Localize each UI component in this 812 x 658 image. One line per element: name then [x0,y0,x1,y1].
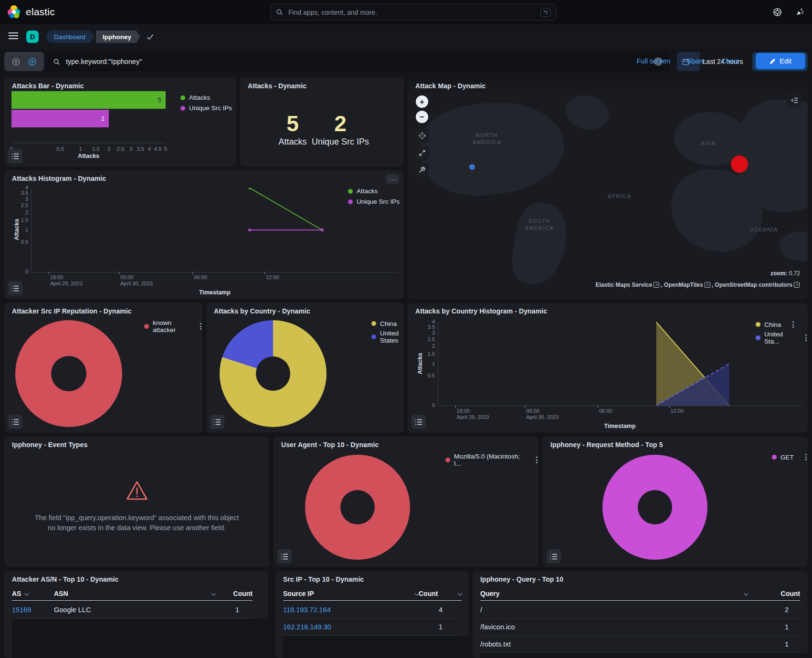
table-cell[interactable]: 162.216.149.30 [283,623,419,631]
table-cell[interactable]: 118.193.72.164 [283,606,419,614]
panel-request-method: Ipphoney - Request Method - Top 5 GET [543,437,808,567]
attribution-link[interactable]: Elastic Maps Service [595,282,652,288]
legend-toggle-icon[interactable] [277,549,292,564]
global-search[interactable]: ^/ [271,4,556,21]
expand-icon[interactable] [415,146,429,160]
legend-item[interactable]: United States [371,330,404,344]
donut-chart[interactable] [220,320,327,427]
external-link-icon: ↗ [705,282,710,288]
legend-options-icon[interactable] [804,334,808,342]
legend-color-dot [371,321,376,326]
global-search-input[interactable] [287,8,536,17]
table-cell: 1 [419,623,462,631]
donut-hole [340,490,375,524]
map-tools-icon[interactable] [415,163,429,177]
column-header-source-ip[interactable]: Source IP [283,590,419,597]
attribution-link[interactable]: OpenMapTiles [664,282,703,288]
locate-icon[interactable] [415,128,429,143]
legend-options-icon[interactable] [804,453,808,461]
x-axis-tick-label: 3.5 [137,146,144,152]
legend-item[interactable]: United Sta... [756,331,808,345]
legend-toggle-icon[interactable] [8,149,22,163]
legend-color-dot [144,324,149,329]
add-filter-icon[interactable] [28,58,36,66]
search-icon [53,58,60,65]
column-header-count[interactable]: Count [748,590,800,597]
x-axis-tick-label: 3 [129,146,132,152]
collapse-legend-icon[interactable] [787,93,801,107]
column-header-query[interactable]: Query [480,590,748,597]
table-cell: 2 [748,606,800,614]
legend-color-dot [348,189,353,194]
legend-toggle-icon[interactable] [8,415,22,429]
x-axis-tick-sublabel: April 30, 2023 [120,281,153,286]
dashboard-app-badge[interactable]: D [26,31,39,43]
share-link[interactable]: Share [686,57,705,65]
legend-item[interactable]: Attacks [348,188,378,195]
news-icon[interactable] [795,8,804,17]
donut-chart[interactable] [305,455,410,560]
legend-item[interactable]: China [371,319,404,328]
y-axis-tick-label: 3.5 [418,324,435,330]
legend-item[interactable]: Unique Src IPs [180,104,232,112]
donut-chart[interactable] [602,455,707,560]
donut-hole [638,490,672,524]
edit-button[interactable]: Edit [756,53,805,69]
full-screen-link[interactable]: Full screen [636,57,670,65]
legend-options-icon[interactable] [535,456,538,464]
y-axis-tick-label: 2.5 [11,202,28,208]
saved-query-icon[interactable] [12,58,20,66]
legend-toggle-icon[interactable] [210,415,224,429]
clone-link[interactable]: Clone [721,57,739,65]
attack-point-china[interactable] [731,156,748,173]
legend-item[interactable]: known attacker [144,319,202,334]
table-cell[interactable]: 15169 [12,606,54,614]
column-header-label: Source IP [283,590,314,597]
panel-event-types: Ipphoney - Event Types The field "ipp_qu… [4,437,269,567]
legend-item[interactable]: China [756,320,795,329]
table-row: 162.216.149.301 [283,618,462,636]
attribution-link[interactable]: OpenStreetMap contributors [715,282,792,288]
breadcrumb-ipphoney[interactable]: Ipphoney [96,31,136,43]
panel-title: Ipphoney - Request Method - Top 5 [550,441,663,449]
world-map[interactable]: NORTH AMERICAASIAAFRICASOUTH AMERICAOCEA… [408,78,808,299]
attack-point-united-states[interactable] [469,164,475,170]
legend-item[interactable]: Mozilla/5.0 (Macintosh; I... [445,453,538,467]
query-input[interactable] [65,57,649,66]
zoom-in-icon[interactable]: + [416,95,428,108]
legend-options-icon[interactable] [199,322,202,331]
column-header-as[interactable]: AS [12,590,54,597]
legend-item[interactable]: Attacks [180,94,210,101]
column-header-count[interactable]: Count [419,590,462,597]
help-icon[interactable] [773,8,782,17]
metric-value: 5 [278,112,306,135]
y-axis-tick-label: 4 [11,185,28,190]
zoom-out-icon[interactable]: − [416,111,428,123]
table-cell: 1 [748,640,800,648]
column-header-asn[interactable]: ASN [54,590,215,597]
menu-icon[interactable] [9,32,18,40]
legend-item[interactable]: GET [772,453,808,461]
column-header-label: Count [781,590,800,597]
donut-chart[interactable] [15,320,122,427]
elastic-logo[interactable]: elastic [7,5,55,19]
y-axis-tick-label: 4 [418,319,435,324]
bar-value-label: 5 [158,96,161,104]
column-header-count[interactable]: Count [215,590,253,597]
bar-value-label: 2 [101,115,105,122]
legend-toggle-icon[interactable] [411,415,426,429]
map-attribution: Elastic Maps Service↗, OpenMapTiles↗, Op… [595,282,801,288]
legend-item[interactable]: Unique Src IPs [348,198,400,205]
panel-attacks-metric: Attacks - Dynamic 5Attacks2Unique Src IP… [240,78,404,167]
bar-attacks[interactable]: 5 [11,91,166,109]
column-header-label: Count [233,590,253,597]
breadcrumb-dashboard[interactable]: Dashboard [46,31,90,43]
panel-options-icon[interactable]: ··· [386,174,399,184]
table-cell: 1 [215,606,253,614]
legend-options-icon[interactable] [791,320,795,329]
bar-unique-src-ips[interactable]: 2 [11,110,109,127]
legend-toggle-icon[interactable] [8,281,22,295]
x-axis-tick-label: 12:00 [671,408,684,414]
table-empty-area [480,653,808,658]
legend-toggle-icon[interactable] [547,549,561,564]
